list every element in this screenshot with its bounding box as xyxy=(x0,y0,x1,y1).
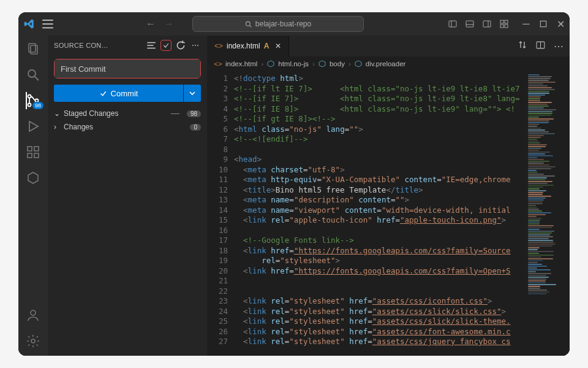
command-center-text: belajar-buat-repo xyxy=(255,20,311,28)
hexagon-icon[interactable] xyxy=(26,171,40,185)
commit-dropdown-icon[interactable] xyxy=(184,85,201,102)
tab-modified-indicator: A xyxy=(264,42,270,50)
svg-rect-24 xyxy=(28,147,32,151)
compare-changes-icon[interactable] xyxy=(518,40,527,52)
svg-marker-37 xyxy=(319,61,325,67)
cube-icon xyxy=(267,60,274,67)
scm-group[interactable]: ›Changes0 xyxy=(48,120,207,134)
svg-rect-13 xyxy=(500,25,503,28)
tab-bar: <> index.html A ✕ ⋯ xyxy=(207,36,570,56)
commit-check-icon[interactable] xyxy=(160,40,172,51)
scm-group-label: Changes xyxy=(64,123,186,131)
more-actions-icon[interactable]: ⋯ xyxy=(190,40,201,51)
account-icon[interactable] xyxy=(26,308,40,323)
vscode-logo-icon xyxy=(23,18,36,30)
code-editor[interactable]: 1234567891011121314151617181920212223242… xyxy=(207,71,570,356)
breadcrumb-label: index.html xyxy=(225,60,257,67)
svg-marker-23 xyxy=(29,121,38,131)
run-debug-icon[interactable] xyxy=(26,119,40,134)
svg-rect-25 xyxy=(28,153,32,158)
hamburger-menu-icon[interactable] xyxy=(42,18,54,30)
source-control-icon[interactable]: 98 xyxy=(26,93,40,108)
window-close-icon[interactable]: ✕ xyxy=(556,20,565,28)
window-minimize-icon[interactable]: ─ xyxy=(522,20,530,28)
split-editor-icon[interactable] xyxy=(536,40,545,52)
extensions-icon[interactable] xyxy=(26,145,40,159)
svg-rect-14 xyxy=(505,25,508,28)
svg-rect-7 xyxy=(466,21,473,27)
svg-rect-17 xyxy=(31,45,37,54)
svg-point-29 xyxy=(31,310,36,315)
scm-group-count: 0 xyxy=(190,124,201,131)
sidebar-title: SOURCE CON… xyxy=(54,42,142,49)
command-center[interactable]: belajar-buat-repo xyxy=(192,16,364,32)
minimap[interactable] xyxy=(527,71,570,356)
tab-index-html[interactable]: <> index.html A ✕ xyxy=(207,36,289,56)
nav-forward-icon[interactable]: → xyxy=(164,18,174,29)
layout-panel-bottom-icon[interactable] xyxy=(466,20,474,28)
svg-rect-9 xyxy=(483,21,491,27)
svg-point-21 xyxy=(28,104,31,107)
breadcrumb[interactable]: <>index.html›html.no-js›body›div.preload… xyxy=(207,56,570,71)
scm-group-count: 98 xyxy=(187,110,201,117)
titlebar-right: ─ ✕ xyxy=(448,20,565,28)
file-html-icon: <> xyxy=(214,60,222,67)
svg-point-30 xyxy=(31,339,35,343)
file-html-icon: <> xyxy=(214,42,223,50)
commit-button-label: Commit xyxy=(111,89,138,98)
svg-rect-26 xyxy=(34,153,39,158)
svg-line-4 xyxy=(249,25,251,27)
cube-icon xyxy=(318,60,326,67)
commit-button-row: Commit xyxy=(54,85,201,102)
breadcrumb-label: html.no-js xyxy=(278,60,309,67)
editor-more-icon[interactable]: ⋯ xyxy=(554,40,564,52)
svg-marker-38 xyxy=(355,61,361,67)
svg-line-19 xyxy=(35,77,39,80)
scm-group[interactable]: ⌄Staged Changes98 xyxy=(48,107,207,120)
svg-rect-27 xyxy=(34,147,39,151)
window-maximize-icon[interactable] xyxy=(539,20,548,28)
sidebar-header: SOURCE CON… ⋯ xyxy=(48,36,207,55)
editor-area: <> index.html A ✕ ⋯ <>index.html›html.no… xyxy=(207,36,570,356)
titlebar: ← → belajar-buat-repo ─ ✕ xyxy=(18,12,570,36)
svg-marker-36 xyxy=(268,61,274,67)
search-icon[interactable] xyxy=(26,67,40,82)
line-gutter: 1234567891011121314151617181920212223242… xyxy=(207,71,234,356)
vscode-window: ← → belajar-buat-repo ─ ✕ 98 xyxy=(18,12,570,356)
explorer-icon[interactable] xyxy=(26,42,40,56)
svg-point-18 xyxy=(28,70,36,77)
chevron-icon: ⌄ xyxy=(54,109,60,118)
svg-marker-28 xyxy=(28,172,38,183)
svg-point-20 xyxy=(28,95,31,98)
commit-button[interactable]: Commit xyxy=(54,85,183,102)
svg-rect-12 xyxy=(505,20,508,23)
svg-rect-16 xyxy=(29,44,36,52)
activity-bar: 98 xyxy=(18,36,48,356)
refresh-icon[interactable] xyxy=(175,40,186,51)
breadcrumb-label: body xyxy=(330,60,345,67)
layout-panel-right-icon[interactable] xyxy=(483,20,491,28)
cube-icon xyxy=(355,60,362,67)
layout-panel-left-icon[interactable] xyxy=(448,20,457,28)
code-content[interactable]: <!doctype html><!--[if lt IE 7]> <html c… xyxy=(234,71,527,356)
svg-rect-11 xyxy=(500,20,503,23)
breadcrumb-label: div.preloader xyxy=(366,60,406,67)
tab-close-icon[interactable]: ✕ xyxy=(275,42,281,50)
commit-message-input[interactable] xyxy=(55,59,200,78)
svg-point-3 xyxy=(246,21,250,26)
svg-rect-15 xyxy=(540,21,546,26)
nav-arrows: ← → xyxy=(146,18,174,29)
tab-filename: index.html xyxy=(227,42,260,50)
layout-customize-icon[interactable] xyxy=(500,20,508,28)
commit-message-input-wrap xyxy=(54,59,201,79)
collapse-dash-icon[interactable] xyxy=(171,113,179,114)
nav-back-icon[interactable]: ← xyxy=(146,18,156,29)
chevron-icon: › xyxy=(54,123,60,131)
scm-sidebar: SOURCE CON… ⋯ Commit ⌄Staged Changes98›C… xyxy=(48,36,207,356)
scm-group-label: Staged Changes xyxy=(64,109,167,118)
view-as-tree-icon[interactable] xyxy=(146,40,157,51)
svg-rect-5 xyxy=(449,21,456,27)
settings-gear-icon[interactable] xyxy=(26,334,40,348)
scm-badge: 98 xyxy=(32,102,43,109)
